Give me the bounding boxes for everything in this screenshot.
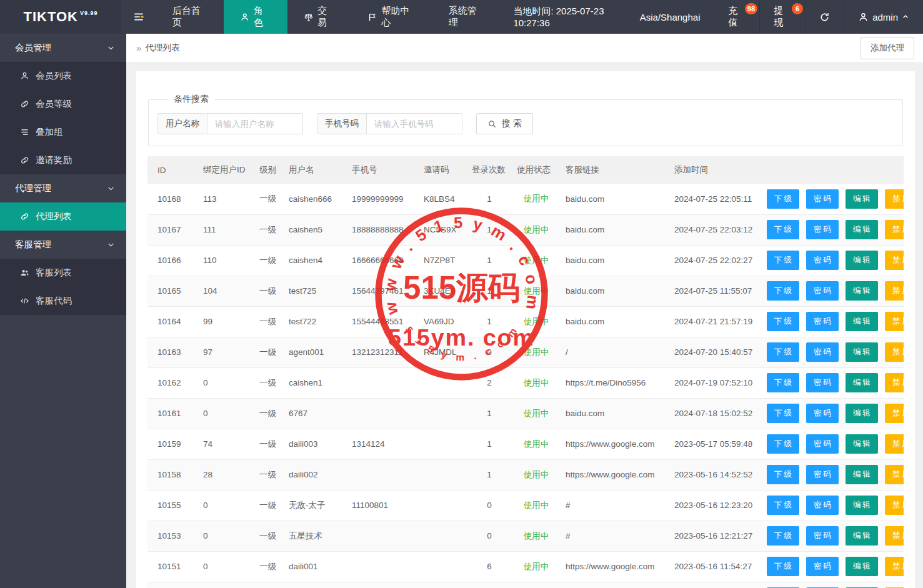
password-button[interactable]: 密码 (806, 189, 839, 209)
edit-button[interactable]: 编辑 (846, 404, 878, 423)
sidebar-group-member-management[interactable]: 会员管理 (0, 34, 126, 62)
edit-button[interactable]: 编辑 (846, 373, 878, 392)
item-label: 会员等级 (36, 98, 72, 110)
sidebar-item-stack-group[interactable]: 叠加组 (0, 118, 126, 146)
password-button[interactable]: 密码 (806, 557, 839, 576)
disable-button[interactable]: 禁用 (885, 342, 904, 362)
cell-level: 一级 (249, 582, 279, 588)
password-button[interactable]: 密码 (806, 220, 839, 239)
sub-agent-button[interactable]: 下级 (767, 496, 799, 515)
password-button[interactable]: 密码 (806, 251, 839, 270)
password-button[interactable]: 密码 (806, 404, 839, 423)
withdraw-button[interactable]: 提现 6 (759, 0, 805, 34)
sidebar-item-agent-list[interactable]: 代理列表 (0, 202, 126, 231)
sub-agent-button[interactable]: 下级 (767, 251, 799, 270)
sidebar-item-service-code[interactable]: 客服代码 (0, 287, 126, 315)
nav-help-center[interactable]: 帮助中心 (351, 0, 432, 34)
password-button[interactable]: 密码 (806, 281, 839, 301)
sub-agent-button[interactable]: 下级 (767, 465, 799, 484)
sub-agent-button[interactable]: 下级 (767, 189, 799, 209)
nav-roles[interactable]: 角色 (224, 0, 287, 34)
cell-phone (342, 367, 414, 398)
edit-button[interactable]: 编辑 (846, 496, 878, 515)
edit-button[interactable]: 编辑 (846, 251, 878, 270)
cell-service-link: https://www.google.com (556, 551, 664, 582)
edit-button[interactable]: 编辑 (846, 189, 878, 209)
disable-button[interactable]: 禁用 (885, 557, 904, 576)
group-label: 会员管理 (15, 42, 51, 54)
local-time-text: 当地时间: 2025-07-23 10:27:36 (513, 6, 628, 28)
menu-toggle-icon[interactable] (121, 0, 156, 34)
disable-button[interactable]: 禁用 (885, 251, 904, 270)
password-button[interactable]: 密码 (806, 342, 839, 362)
edit-button[interactable]: 编辑 (846, 434, 878, 454)
item-label: 叠加组 (36, 126, 63, 138)
sidebar-item-invite-reward[interactable]: 邀请奖励 (0, 146, 126, 174)
username-input[interactable] (207, 114, 302, 134)
password-button[interactable]: 密码 (806, 526, 839, 546)
sub-agent-button[interactable]: 下级 (767, 404, 799, 423)
sub-agent-button[interactable]: 下级 (767, 342, 799, 362)
edit-button[interactable]: 编辑 (846, 281, 878, 301)
breadcrumb-separator-icon: » (136, 42, 141, 53)
sidebar-item-member-level[interactable]: 会员等级 (0, 90, 126, 118)
sub-agent-button[interactable]: 下级 (767, 281, 799, 301)
table-row: 1016397一级agent00113212312311R4JMDL0使用中/2… (147, 337, 904, 367)
cell-service-link: # (556, 582, 664, 588)
password-button[interactable]: 密码 (806, 373, 839, 392)
sub-agent-button[interactable]: 下级 (767, 220, 799, 239)
disable-button[interactable]: 禁用 (885, 281, 904, 301)
disable-button[interactable]: 禁用 (885, 373, 904, 392)
user-icon (240, 12, 250, 22)
edit-button[interactable]: 编辑 (846, 312, 878, 331)
cell-id: 10151 (147, 551, 193, 582)
password-button[interactable]: 密码 (806, 312, 839, 331)
disable-button[interactable]: 禁用 (885, 404, 904, 423)
edit-button[interactable]: 编辑 (846, 342, 878, 362)
cell-level: 一级 (249, 398, 279, 429)
password-button[interactable]: 密码 (806, 465, 839, 484)
add-agent-button[interactable]: 添加代理 (861, 37, 914, 59)
edit-button[interactable]: 编辑 (846, 465, 878, 484)
cell-invite-code (414, 459, 462, 490)
sidebar-group-service-management[interactable]: 客服管理 (0, 231, 126, 259)
breadcrumb-bar: » 代理列表 添加代理 (126, 34, 923, 62)
nav-dashboard[interactable]: 后台首页 (156, 0, 224, 34)
sidebar-item-service-list[interactable]: 客服列表 (0, 259, 126, 287)
search-button[interactable]: 搜 索 (476, 113, 533, 134)
cell-phone: 15644797461 (342, 276, 414, 306)
nav-system-management[interactable]: 系统管理 (432, 0, 500, 34)
edit-button[interactable]: 编辑 (846, 557, 878, 576)
password-button[interactable]: 密码 (806, 434, 839, 454)
password-button[interactable]: 密码 (806, 496, 839, 515)
panel: 条件搜索 用户名称 手机号码 搜 索 (136, 71, 915, 588)
cell-username: agent001 (279, 337, 342, 367)
edit-button[interactable]: 编辑 (846, 220, 878, 239)
nav-transactions[interactable]: 交易 (287, 0, 351, 34)
disable-button[interactable]: 禁用 (885, 465, 904, 484)
cell-created-at: 2024-07-20 15:40:57 (664, 337, 757, 367)
sub-agent-button[interactable]: 下级 (767, 526, 799, 546)
sidebar-group-agent-management[interactable]: 代理管理 (0, 174, 126, 202)
sidebar-item-member-list[interactable]: 会员列表 (0, 62, 126, 90)
username-field-label: 用户名称 (158, 114, 207, 134)
sub-agent-button[interactable]: 下级 (767, 373, 799, 392)
edit-button[interactable]: 编辑 (846, 526, 878, 546)
disable-button[interactable]: 禁用 (885, 189, 904, 209)
disable-button[interactable]: 禁用 (885, 312, 904, 331)
sub-agent-button[interactable]: 下级 (767, 312, 799, 331)
table-row: 10165104一级test725156447974613KU4E91使用中ba… (147, 276, 904, 306)
sub-agent-button[interactable]: 下级 (767, 557, 799, 576)
phone-input[interactable] (367, 114, 462, 134)
main-area: » 代理列表 添加代理 条件搜索 用户名称 手机号码 (126, 34, 923, 588)
recharge-button[interactable]: 充值 98 (714, 0, 759, 34)
user-menu[interactable]: admin (844, 0, 923, 34)
disable-button[interactable]: 禁用 (885, 526, 904, 546)
disable-button[interactable]: 禁用 (885, 220, 904, 239)
disable-button[interactable]: 禁用 (885, 434, 904, 454)
cell-service-link: https://t.me/Dino5956 (556, 367, 664, 398)
disable-button[interactable]: 禁用 (885, 496, 904, 515)
sub-agent-button[interactable]: 下级 (767, 434, 799, 454)
refresh-button[interactable] (805, 0, 844, 34)
search-filter-box: 条件搜索 用户名称 手机号码 搜 索 (148, 94, 903, 146)
